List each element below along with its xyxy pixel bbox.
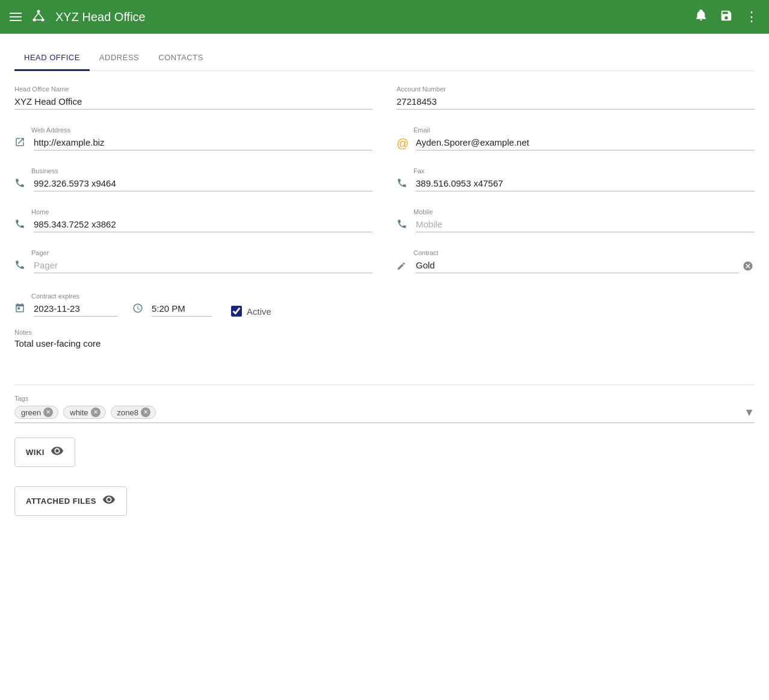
pager-label: Pager bbox=[14, 249, 372, 256]
tags-input-row: green ✕ white ✕ zone8 ✕ ▼ bbox=[14, 406, 755, 423]
web-email-section: Web Address Email @ bbox=[14, 126, 755, 163]
clock-icon bbox=[132, 303, 147, 317]
active-label: Active bbox=[247, 306, 271, 317]
tags-dropdown-icon[interactable]: ▼ bbox=[744, 406, 755, 419]
web-address-label: Web Address bbox=[14, 126, 372, 134]
fax-label: Fax bbox=[397, 167, 755, 175]
topbar-title: XYZ Head Office bbox=[55, 10, 146, 24]
tag-zone8-remove[interactable]: ✕ bbox=[141, 407, 150, 417]
email-icon: @ bbox=[397, 137, 411, 150]
svg-line-4 bbox=[39, 13, 43, 18]
tag-white-label: white bbox=[70, 408, 88, 417]
mobile-input[interactable] bbox=[416, 217, 755, 232]
email-input[interactable] bbox=[416, 135, 755, 150]
business-label: Business bbox=[14, 167, 372, 175]
contract-expires-time-group bbox=[132, 290, 212, 317]
pager-contract-section: Pager Contract bbox=[14, 249, 755, 285]
home-input[interactable] bbox=[34, 217, 372, 232]
notes-label: Notes bbox=[14, 329, 755, 336]
mobile-phone-icon bbox=[397, 218, 411, 232]
attached-files-eye-icon bbox=[102, 493, 116, 509]
main-content: HEAD OFFICE ADDRESS CONTACTS Head Office… bbox=[0, 34, 769, 537]
pager-phone-icon bbox=[14, 259, 29, 273]
web-address-group: Web Address bbox=[14, 126, 372, 150]
home-label: Home bbox=[14, 208, 372, 215]
contract-clear-button[interactable] bbox=[741, 261, 755, 273]
tag-white: white ✕ bbox=[63, 406, 105, 419]
contract-expires-group: Contract expires bbox=[14, 293, 118, 317]
wiki-label: WIKI bbox=[26, 448, 45, 457]
tab-contacts[interactable]: CONTACTS bbox=[149, 46, 213, 71]
tab-head-office[interactable]: HEAD OFFICE bbox=[14, 46, 90, 71]
web-address-icon bbox=[14, 137, 29, 150]
tag-white-remove[interactable]: ✕ bbox=[91, 407, 100, 417]
wiki-eye-icon bbox=[51, 444, 64, 460]
business-phone-icon bbox=[14, 178, 29, 191]
account-number-group: Account Number bbox=[397, 85, 755, 110]
tag-green-label: green bbox=[21, 408, 41, 417]
email-label: Email bbox=[397, 126, 755, 134]
contract-expires-row: Contract expires Active bbox=[14, 290, 755, 317]
attached-files-label: ATTACHED FILES bbox=[26, 497, 96, 506]
tabs: HEAD OFFICE ADDRESS CONTACTS bbox=[14, 46, 755, 71]
fax-phone-icon bbox=[397, 178, 411, 191]
attached-files-button[interactable]: ATTACHED FILES bbox=[14, 486, 127, 516]
tags-label: Tags bbox=[14, 395, 755, 402]
head-office-name-input[interactable] bbox=[14, 94, 372, 110]
tab-address[interactable]: ADDRESS bbox=[90, 46, 149, 71]
contract-expires-time-input[interactable] bbox=[152, 301, 212, 317]
name-account-section: Head Office Name Account Number bbox=[14, 85, 755, 122]
home-group: Home bbox=[14, 208, 372, 232]
business-group: Business bbox=[14, 167, 372, 191]
fax-group: Fax bbox=[397, 167, 755, 191]
network-icon bbox=[31, 8, 46, 26]
svg-point-0 bbox=[37, 10, 40, 13]
mobile-label: Mobile bbox=[397, 208, 755, 215]
contract-expires-label: Contract expires bbox=[14, 293, 118, 300]
contract-label: Contract bbox=[397, 249, 755, 256]
web-address-input[interactable] bbox=[34, 135, 372, 150]
pager-group: Pager bbox=[14, 249, 372, 273]
save-icon[interactable] bbox=[720, 9, 733, 25]
calendar-icon bbox=[14, 303, 29, 317]
mobile-group: Mobile bbox=[397, 208, 755, 232]
head-office-name-label: Head Office Name bbox=[14, 85, 372, 93]
topbar: XYZ Head Office ⋮ bbox=[0, 0, 769, 34]
contract-expires-date-input[interactable] bbox=[34, 301, 118, 317]
menu-button[interactable] bbox=[10, 13, 22, 21]
pager-input[interactable] bbox=[34, 258, 372, 273]
active-group: Active bbox=[231, 295, 271, 317]
notes-value: Total user-facing core bbox=[14, 338, 755, 348]
business-input[interactable] bbox=[34, 176, 372, 191]
notes-group: Notes Total user-facing core bbox=[14, 329, 755, 373]
wiki-button[interactable]: WIKI bbox=[14, 438, 75, 467]
home-mobile-section: Home Mobile bbox=[14, 208, 755, 244]
head-office-name-group: Head Office Name bbox=[14, 85, 372, 110]
more-options-icon[interactable]: ⋮ bbox=[745, 9, 759, 25]
fax-input[interactable] bbox=[416, 176, 755, 191]
contract-input[interactable] bbox=[416, 258, 739, 273]
svg-line-3 bbox=[34, 13, 39, 18]
bell-icon[interactable] bbox=[694, 8, 708, 25]
tag-green-remove[interactable]: ✕ bbox=[43, 407, 53, 417]
account-number-label: Account Number bbox=[397, 85, 755, 93]
contract-group: Contract bbox=[397, 249, 755, 273]
account-number-input[interactable] bbox=[397, 94, 755, 110]
business-fax-section: Business Fax bbox=[14, 167, 755, 203]
contract-edit-icon bbox=[397, 261, 411, 273]
active-checkbox[interactable] bbox=[231, 306, 242, 317]
tags-section: Tags green ✕ white ✕ zone8 ✕ ▼ bbox=[14, 395, 755, 423]
tag-zone8-label: zone8 bbox=[117, 408, 138, 417]
tag-zone8: zone8 ✕ bbox=[111, 406, 156, 419]
tag-green: green ✕ bbox=[14, 406, 58, 419]
section-divider bbox=[14, 385, 755, 385]
attached-files-section: ATTACHED FILES bbox=[14, 486, 755, 525]
wiki-section: WIKI bbox=[14, 438, 755, 477]
email-group: Email @ bbox=[397, 126, 755, 150]
home-phone-icon bbox=[14, 218, 29, 232]
